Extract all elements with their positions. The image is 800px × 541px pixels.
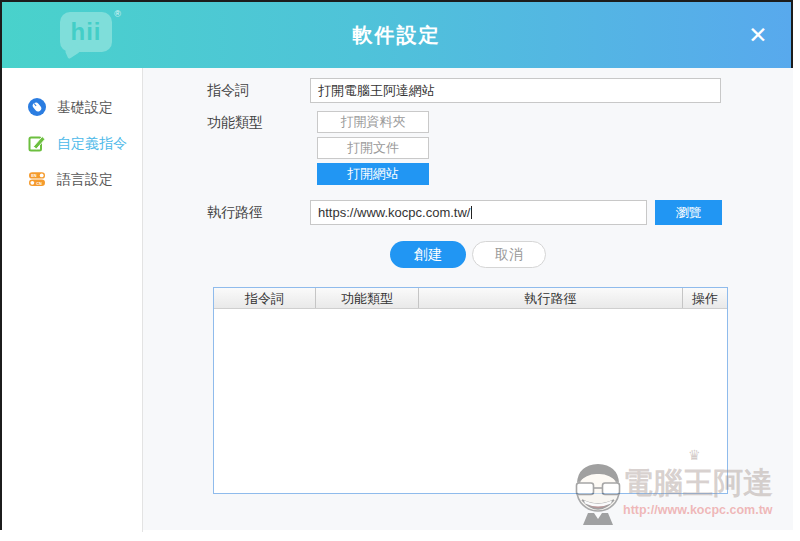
table-header-actions: 操作 [683, 288, 727, 308]
edit-icon [28, 134, 46, 155]
table-body-empty [214, 309, 727, 493]
text-cursor [471, 206, 472, 219]
type-option-open-folder[interactable]: 打開資料夾 [317, 111, 429, 133]
screen: 軟件設定 hii ® ✕ 基礎設定 [0, 0, 800, 541]
table-header-type: 功能類型 [316, 288, 419, 308]
sidebar-item-label: 基礎設定 [57, 99, 113, 117]
hii-logo: hii ® [60, 12, 112, 52]
registered-mark: ® [114, 9, 121, 19]
type-option-open-website[interactable]: 打開網站 [317, 163, 429, 185]
sidebar-item-label: 語言設定 [57, 171, 113, 189]
sidebar: 基礎設定 自定義指令 EN [2, 68, 143, 532]
type-option-open-file[interactable]: 打開文件 [317, 137, 429, 159]
sidebar-item-basic-settings[interactable]: 基礎設定 [28, 94, 142, 122]
svg-text:CN: CN [36, 181, 42, 185]
settings-window: 軟件設定 hii ® ✕ 基礎設定 [0, 0, 793, 530]
close-button[interactable]: ✕ [743, 20, 773, 50]
hii-logo-text: hii [71, 18, 102, 46]
sidebar-item-custom-commands[interactable]: 自定義指令 [28, 130, 142, 158]
command-word-label: 指令詞 [207, 78, 249, 103]
create-button[interactable]: 創建 [390, 241, 466, 268]
table-header-path: 執行路徑 [419, 288, 683, 308]
cancel-button[interactable]: 取消 [472, 241, 546, 268]
svg-text:EN: EN [31, 174, 37, 178]
command-input-value: 打開電腦王阿達網站 [318, 83, 435, 98]
main-panel: 指令詞 打開電腦王阿達網站 功能類型 打開資料夾 打開文件 打開網站 執行路徑 … [143, 68, 793, 530]
titlebar: 軟件設定 hii ® ✕ [2, 2, 791, 68]
language-toggle-icon: EN CN [28, 170, 46, 191]
function-type-label: 功能類型 [207, 110, 263, 135]
mouse-icon [28, 98, 46, 119]
exec-path-value: https://www.kocpc.com.tw/ [318, 205, 470, 220]
exec-path-label: 執行路徑 [207, 200, 263, 225]
watermark-site-url: http://www.kocpc.com.tw [623, 503, 773, 517]
sidebar-item-language-settings[interactable]: EN CN 語言設定 [28, 166, 142, 194]
table-header-command: 指令詞 [214, 288, 316, 308]
sidebar-item-label: 自定義指令 [57, 135, 127, 153]
command-input[interactable]: 打開電腦王阿達網站 [310, 78, 721, 103]
exec-path-input[interactable]: https://www.kocpc.com.tw/ [310, 200, 647, 225]
browse-button[interactable]: 瀏覽 [655, 200, 722, 225]
table-header-row: 指令詞 功能類型 執行路徑 操作 [214, 288, 727, 309]
commands-table: 指令詞 功能類型 執行路徑 操作 [213, 287, 728, 494]
